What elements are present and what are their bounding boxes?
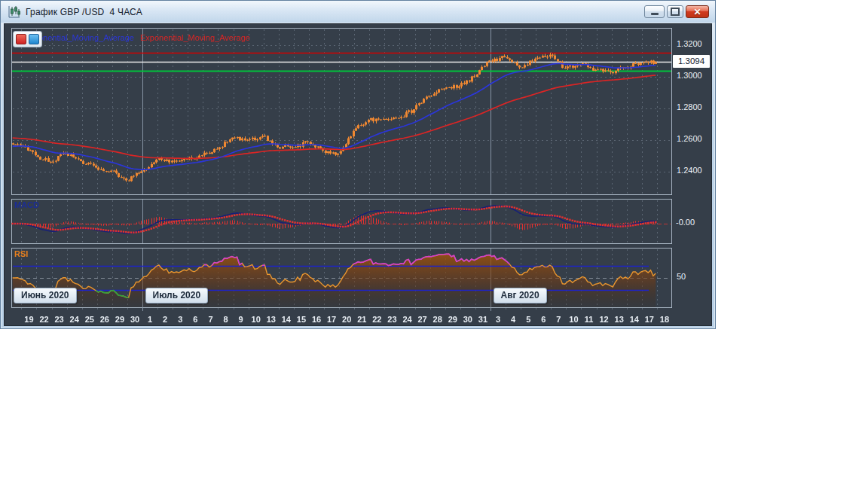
price-chart-canvas[interactable]	[11, 27, 672, 317]
current-price-box: 1.3094	[673, 55, 710, 68]
rsi-axis-tick: 50	[677, 272, 686, 281]
macd-axis-tick: -0.00	[676, 218, 695, 227]
ema-blue-swatch-button[interactable]	[29, 34, 39, 44]
restore-button[interactable]	[667, 5, 683, 18]
candlestick-chart-icon	[8, 5, 21, 19]
price-axis-tick: 1.3000	[677, 71, 702, 80]
minimize-icon	[651, 13, 659, 15]
indicator-swatch-buttons[interactable]	[13, 31, 42, 47]
price-axis-tick: 1.2600	[677, 134, 702, 143]
close-button[interactable]: ✕	[686, 5, 709, 18]
title-bar[interactable]: График GBP /USD 4 ЧАСА ✕	[1, 1, 715, 23]
price-axis-tick: 1.2800	[677, 102, 702, 111]
ema-red-swatch-button[interactable]	[16, 34, 26, 44]
ema-slow-legend-label: Exponential_Moving_Average	[140, 33, 250, 42]
x-axis-label: 18	[656, 315, 674, 324]
window-title: График GBP /USD 4 ЧАСА	[26, 7, 142, 17]
chart-window: График GBP /USD 4 ЧАСА ✕ Exponential_Mov…	[0, 0, 716, 329]
close-icon: ✕	[693, 8, 701, 17]
price-axis-tick: 1.2400	[677, 166, 702, 175]
chart-client-area: Exponential_Moving_Average Exponential_M…	[4, 23, 712, 326]
price-axis-tick: 1.3200	[677, 39, 702, 48]
month-label-july: Июль 2020	[145, 288, 209, 303]
restore-icon	[671, 8, 680, 16]
month-label-june: Июнь 2020	[14, 288, 77, 303]
month-label-august: Авг 2020	[494, 288, 547, 303]
minimize-button[interactable]	[644, 5, 665, 18]
legend: Exponential_Moving_Average Exponential_M…	[24, 33, 250, 42]
macd-panel-label: MACD	[14, 200, 39, 209]
rsi-panel-label: RSI	[14, 249, 28, 258]
window-controls: ✕	[644, 5, 709, 18]
